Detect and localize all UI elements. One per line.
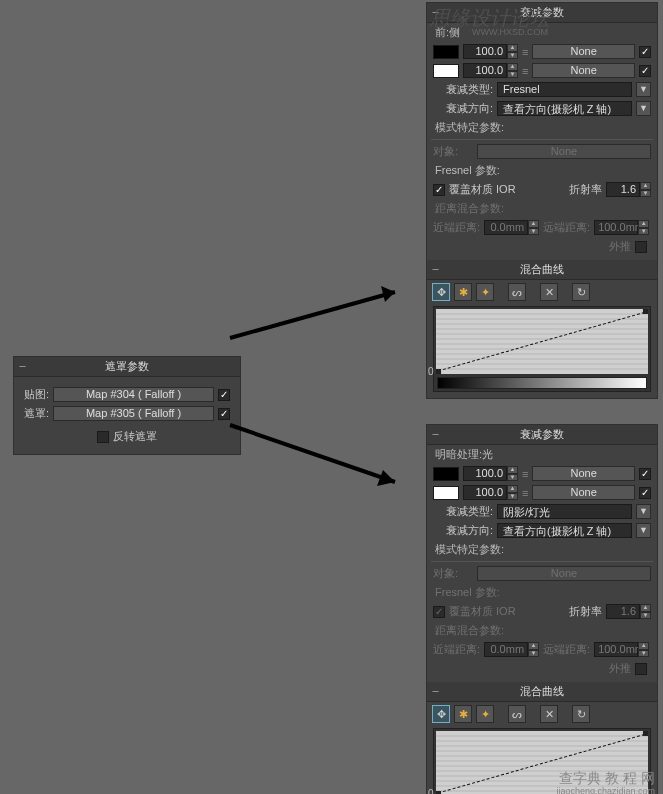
object-button-b: None [477, 566, 651, 581]
fresnel-section-label-b: Fresnel 参数: [427, 583, 657, 602]
mode-section-label: 模式特定参数: [427, 118, 657, 137]
swap-icon[interactable]: ≡ [522, 65, 528, 77]
map-2-button-b[interactable]: None [532, 485, 635, 500]
map-enable-checkbox[interactable]: ✓ [218, 389, 230, 401]
curve-editor[interactable]: 0 [433, 306, 651, 392]
collapse-icon[interactable]: – [17, 359, 28, 370]
collapse-icon[interactable]: – [430, 427, 441, 438]
near-label: 近端距离: [433, 220, 480, 235]
extrap-label-b: 外推 [609, 661, 631, 676]
map-label: 贴图: [24, 387, 49, 402]
dropdown-arrow-icon[interactable]: ▼ [636, 101, 651, 116]
spinner-arrow-icon: ≡ [522, 468, 528, 480]
invert-mask-label: 反转遮罩 [113, 429, 157, 444]
far-label: 远端距离: [543, 220, 590, 235]
ior-label-b: 折射率 [569, 604, 602, 619]
snap-icon[interactable]: ᔕ [508, 283, 526, 301]
mask-enable-checkbox[interactable]: ✓ [218, 408, 230, 420]
svg-line-32 [230, 292, 395, 338]
dropdown-arrow-icon[interactable]: ▼ [636, 504, 651, 519]
dist-section-label-b: 距离混合参数: [427, 621, 657, 640]
map-1-button[interactable]: None [532, 44, 635, 59]
map-2-button[interactable]: None [532, 63, 635, 78]
map-2-checkbox-b[interactable]: ✓ [639, 487, 651, 499]
map-slot-button[interactable]: Map #304 ( Falloff ) [53, 387, 214, 402]
delete-icon[interactable]: ✕ [540, 283, 558, 301]
object-label-b: 对象: [433, 566, 473, 581]
watermark-footer: 查字典 教 程 网 jiaocheng.chazidian.com [559, 770, 655, 788]
amount-2-spinner[interactable]: 100.0 ▲▼ [463, 63, 518, 78]
map-1-checkbox[interactable]: ✓ [639, 46, 651, 58]
falloff-type-label: 衰减类型: [433, 82, 493, 97]
override-ior-checkbox-b: ✓ [433, 606, 445, 618]
curve-header-b[interactable]: – 混合曲线 [427, 682, 657, 702]
falloff-dir-label: 衰减方向: [433, 101, 493, 116]
axis-zero-b: 0 [428, 788, 434, 794]
object-label: 对象: [433, 144, 473, 159]
add-point-icon[interactable]: ✦ [476, 705, 494, 723]
falloff-dir-dropdown-b[interactable]: 查看方向(摄影机 Z 轴) [497, 523, 632, 538]
falloff-top-panel: – 衰减参数 前:侧 100.0 ▲▼ ≡ None ✓ 100.0 ▲▼ ≡ … [426, 2, 658, 399]
override-ior-checkbox[interactable]: ✓ [433, 184, 445, 196]
override-ior-label: 覆盖材质 IOR [449, 182, 516, 197]
dropdown-arrow-icon[interactable]: ▼ [636, 82, 651, 97]
fresnel-section-label: Fresnel 参数: [427, 161, 657, 180]
scale-tool-icon[interactable]: ✱ [454, 705, 472, 723]
mask-label: 遮罩: [24, 406, 49, 421]
amount-1-spinner-b[interactable]: 100.0 ▲▼ [463, 466, 518, 481]
reset-icon[interactable]: ↻ [572, 283, 590, 301]
color-swatch-2-b[interactable] [433, 486, 459, 500]
dropdown-arrow-icon[interactable]: ▼ [636, 523, 651, 538]
far-label-b: 远端距离: [543, 642, 590, 657]
falloff-type-dropdown[interactable]: Fresnel [497, 82, 632, 97]
snap-icon[interactable]: ᔕ [508, 705, 526, 723]
curve-title: 混合曲线 [520, 263, 564, 275]
amount-1-spinner[interactable]: 100.0 ▲▼ [463, 44, 518, 59]
mask-slot-button[interactable]: Map #305 ( Falloff ) [53, 406, 214, 421]
extrap-checkbox [635, 241, 647, 253]
collapse-icon[interactable]: – [430, 684, 441, 695]
near-spinner: 0.0mm ▲▼ [484, 220, 539, 235]
swap-icon[interactable]: ≡ [522, 487, 528, 499]
map-1-checkbox-b[interactable]: ✓ [639, 468, 651, 480]
scale-tool-icon[interactable]: ✱ [454, 283, 472, 301]
extrap-label: 外推 [609, 239, 631, 254]
falloff-type-dropdown-b[interactable]: 阴影/灯光 [497, 504, 632, 519]
ior-spinner[interactable]: 1.6 ▲▼ [606, 182, 651, 197]
move-tool-icon[interactable]: ✥ [432, 283, 450, 301]
gradient-bar [437, 377, 647, 389]
axis-zero: 0 [428, 366, 434, 377]
color-swatch-1[interactable] [433, 45, 459, 59]
near-label-b: 近端距离: [433, 642, 480, 657]
invert-mask-checkbox[interactable] [97, 431, 109, 443]
ior-spinner-b: 1.6 ▲▼ [606, 604, 651, 619]
falloff-bottom-title: 衰减参数 [520, 428, 564, 440]
svg-line-34 [230, 425, 395, 482]
reset-icon[interactable]: ↻ [572, 705, 590, 723]
svg-rect-31 [643, 731, 648, 736]
amount-2-spinner-b[interactable]: 100.0 ▲▼ [463, 485, 518, 500]
curve-toolbar: ✥ ✱ ✦ ᔕ ✕ ↻ [427, 280, 657, 304]
collapse-icon[interactable]: – [430, 262, 441, 273]
svg-rect-15 [643, 309, 648, 314]
mask-panel-header[interactable]: – 遮罩参数 [14, 357, 240, 377]
color-swatch-1-b[interactable] [433, 467, 459, 481]
front-side-label-b: 明暗处理:光 [427, 445, 657, 464]
falloff-bottom-header[interactable]: – 衰减参数 [427, 425, 657, 445]
color-swatch-2[interactable] [433, 64, 459, 78]
move-tool-icon[interactable]: ✥ [432, 705, 450, 723]
map-2-checkbox[interactable]: ✓ [639, 65, 651, 77]
arrow-top-icon [225, 280, 415, 345]
mode-section-label-b: 模式特定参数: [427, 540, 657, 559]
curve-header[interactable]: – 混合曲线 [427, 260, 657, 280]
far-spinner-b: 100.0mm ▲▼ [594, 642, 649, 657]
delete-icon[interactable]: ✕ [540, 705, 558, 723]
add-point-icon[interactable]: ✦ [476, 283, 494, 301]
falloff-dir-dropdown[interactable]: 查看方向(摄影机 Z 轴) [497, 101, 632, 116]
curve-title-b: 混合曲线 [520, 685, 564, 697]
map-1-button-b[interactable]: None [532, 466, 635, 481]
svg-rect-14 [436, 369, 441, 374]
mask-params-panel: – 遮罩参数 贴图: Map #304 ( Falloff ) ✓ 遮罩: Ma… [13, 356, 241, 455]
svg-marker-35 [377, 470, 395, 486]
object-button: None [477, 144, 651, 159]
